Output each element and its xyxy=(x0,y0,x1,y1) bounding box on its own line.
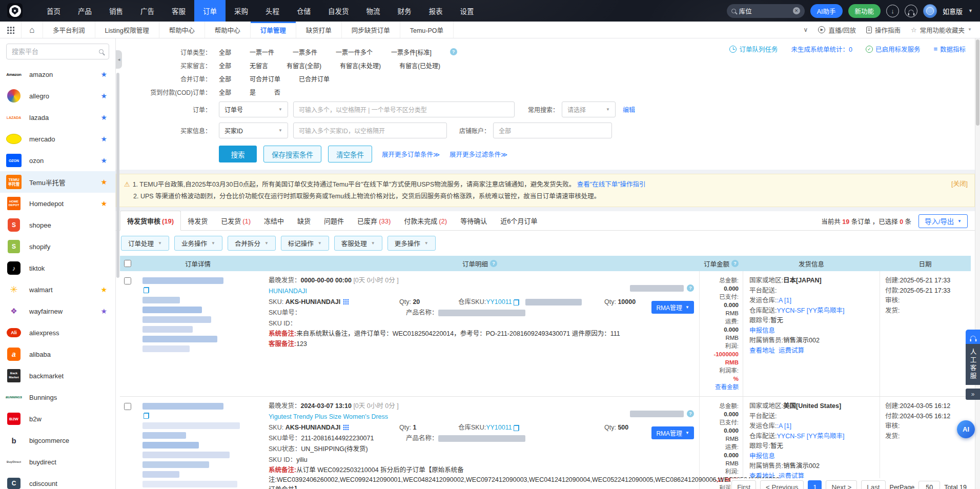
more-order-conditions-link[interactable]: 展开更多订单条件≫ xyxy=(382,149,440,159)
status-tab[interactable]: 缺货 xyxy=(291,211,317,230)
data-metrics-link[interactable]: ≡数据指标 xyxy=(933,44,966,54)
scrollbar-thumb[interactable] xyxy=(976,39,979,126)
top-menu-item[interactable]: 自发货 xyxy=(319,0,358,22)
sidebar-item-platform[interactable]: B2W b2w ★ xyxy=(0,408,115,430)
new-features-button[interactable]: 新功能 xyxy=(848,4,881,18)
filter-option[interactable]: 可合并订单 xyxy=(250,74,280,83)
top-menu-item[interactable]: 设置 xyxy=(452,0,483,22)
top-menu-item[interactable]: 采购 xyxy=(226,0,257,22)
filter-option[interactable]: 一票多件 xyxy=(293,48,317,56)
dispatch-warehouse-link[interactable]: :A [1] xyxy=(777,422,791,430)
copy-icon[interactable] xyxy=(144,413,149,419)
sidebar-item-platform[interactable]: C cdiscount ★ xyxy=(0,473,115,489)
edit-link[interactable]: 编辑 xyxy=(623,105,635,114)
sidebar-item-platform[interactable]: ✳ walmart ★ xyxy=(0,279,115,300)
status-tab[interactable]: 等待确认 xyxy=(454,211,494,230)
clear-conditions-button[interactable]: 清空条件 xyxy=(328,146,372,162)
collapse-right-button[interactable]: » xyxy=(966,389,980,400)
workspace-tab[interactable]: Temu-PO单 xyxy=(400,22,454,38)
sidebar-item-platform[interactable]: BuyDirect buydirect ★ xyxy=(0,451,115,473)
rma-button[interactable]: RMA管理▼ xyxy=(651,301,694,314)
copy-icon[interactable] xyxy=(514,425,519,431)
global-search-input[interactable] xyxy=(739,7,788,14)
favorite-star-icon[interactable]: ★ xyxy=(100,157,107,164)
warehouse-sku-link[interactable]: YY10011 xyxy=(486,422,512,433)
global-search[interactable]: ✕ xyxy=(727,4,805,18)
notice-guide-link[interactable]: 查看"在线下单"操作指引 xyxy=(577,181,646,188)
unsynced-stats-link[interactable]: 未生成系统单统计：0 xyxy=(791,44,852,54)
workspace-tab[interactable]: 帮助中心 xyxy=(205,22,251,38)
batch-action-button[interactable]: 订单处理▼ xyxy=(121,236,169,251)
top-menu-item[interactable]: 物流 xyxy=(358,0,389,22)
sidebar-item-platform[interactable]: ♪ tiktok ★ xyxy=(0,257,115,279)
guide-link[interactable]: 操作指南 xyxy=(866,25,901,35)
sidebar-item-platform[interactable]: Ali aliexpress ★ xyxy=(0,322,115,343)
batch-action-button[interactable]: 客服处理▼ xyxy=(334,236,382,251)
freight-estimate-link[interactable]: 运费试算 xyxy=(779,347,804,354)
row-checkbox[interactable] xyxy=(124,403,131,410)
sidebar-item-platform[interactable]: BUNNINGS Bunnings ★ xyxy=(0,386,115,408)
help-icon[interactable]: ? xyxy=(731,260,739,267)
copy-icon[interactable] xyxy=(144,287,149,293)
filter-option[interactable]: 全部 xyxy=(219,48,231,56)
sidebar-item-platform[interactable]: b bigcommerce ★ xyxy=(0,430,115,451)
filter-option[interactable]: 全部 xyxy=(219,88,231,96)
view-amount-link[interactable]: 查看金额 xyxy=(704,383,739,391)
workspace-tab[interactable]: Listing权限管理 xyxy=(95,22,159,38)
top-menu-item[interactable]: 销售 xyxy=(100,0,132,22)
shop-account-input[interactable]: 全部 xyxy=(493,123,612,138)
filter-option[interactable]: 有留言(全部) xyxy=(287,61,321,70)
favorite-star-icon[interactable]: ★ xyxy=(100,135,107,142)
first-page-button[interactable]: First xyxy=(731,480,756,489)
tag-service-link[interactable]: ✓已启用标发服务 xyxy=(866,44,921,54)
common-search-select[interactable]: 请选择▼ xyxy=(562,101,616,117)
sidebar-item-platform[interactable]: allegro ★ xyxy=(0,85,115,107)
sku-grid-icon[interactable] xyxy=(343,299,349,304)
sidebar-collapse-handle[interactable]: ◄ xyxy=(116,50,122,69)
status-tab[interactable]: 近6个月订单 xyxy=(494,211,544,230)
search-button[interactable]: 搜索 xyxy=(219,146,257,162)
warehouse-delivery-link[interactable]: YYCN-SF [YY菜鸟顺丰] xyxy=(777,307,844,314)
warehouse-sku-link[interactable]: YY10011 xyxy=(486,297,512,308)
status-tab[interactable]: 已发货(1) xyxy=(214,211,257,230)
favorite-star-icon[interactable]: ★ xyxy=(100,71,107,78)
favorite-star-icon[interactable]: ★ xyxy=(100,92,107,99)
top-menu-item[interactable]: 报表 xyxy=(420,0,452,22)
product-link[interactable]: HUNIANDAJI xyxy=(269,288,307,295)
order-number-input[interactable]: 可输入多个，以空格隔开 | 一个单号不区分类型 xyxy=(293,101,515,117)
filter-option[interactable]: 全部 xyxy=(219,74,231,83)
sidebar-item-platform[interactable]: ❖ wayfairnew ★ xyxy=(0,300,115,322)
sidebar-item-platform[interactable]: LAZADA lazada ★ xyxy=(0,107,115,128)
status-tab[interactable]: 冻结中 xyxy=(257,211,291,230)
filter-option[interactable]: 一票一件 xyxy=(250,48,274,56)
headset-icon[interactable] xyxy=(905,5,917,17)
product-link[interactable]: Yigutest Trendy Plus Size Women's Dress xyxy=(269,413,388,420)
import-export-button[interactable]: 导入/导出▼ xyxy=(918,214,968,228)
batch-action-button[interactable]: 标记操作▼ xyxy=(281,236,329,251)
copy-icon[interactable] xyxy=(514,299,519,305)
prev-page-button[interactable]: < Previous xyxy=(760,480,804,489)
help-icon[interactable]: ? xyxy=(490,260,497,267)
top-menu-item[interactable]: 客服 xyxy=(163,0,194,22)
view-address-link[interactable]: 查看地址 xyxy=(749,347,775,354)
favorite-star-icon[interactable]: ★ xyxy=(100,200,107,207)
filter-option[interactable]: 有留言(已处理) xyxy=(399,61,440,70)
favorites-link[interactable]: ☆常用功能收藏夹▼ xyxy=(911,25,972,35)
last-page-button[interactable]: Last xyxy=(861,480,885,489)
favorite-star-icon[interactable]: ★ xyxy=(100,286,107,293)
platform-search[interactable] xyxy=(6,44,109,59)
row-checkbox[interactable] xyxy=(124,277,131,284)
workspace-tab[interactable]: 帮助中心 xyxy=(159,22,205,38)
sidebar-scrollbar[interactable] xyxy=(116,73,119,278)
per-page-input[interactable] xyxy=(918,481,940,489)
buyer-id-input[interactable]: 可输入多个买家ID，以空格隔开 xyxy=(293,123,447,138)
top-menu-item[interactable]: 仓储 xyxy=(288,0,319,22)
favorite-star-icon[interactable]: ★ xyxy=(100,114,107,121)
more-filter-conditions-link[interactable]: 展开更多过滤条件≫ xyxy=(450,149,507,159)
ai-chat-button[interactable]: AI xyxy=(957,420,975,438)
warehouse-delivery-link[interactable]: YYCN-SF [YY菜鸟顺丰] xyxy=(777,433,844,440)
workspace-tab[interactable]: 多平台利润 xyxy=(43,22,95,38)
workspace-tab[interactable]: 同步缺货订单 xyxy=(342,22,400,38)
save-search-button[interactable]: 保存搜索条件 xyxy=(263,146,321,162)
filter-option[interactable]: 一票多件[标准] xyxy=(391,48,432,56)
